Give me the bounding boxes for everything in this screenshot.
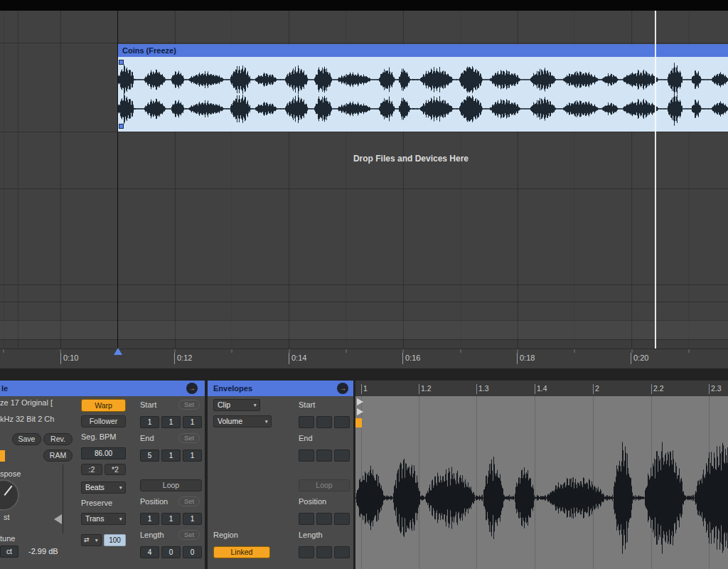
start-set-button[interactable]: Set [178, 400, 200, 410]
half-tempo-button[interactable]: :2 [81, 464, 102, 475]
chevron-down-icon: ▼ [119, 482, 123, 493]
beat-label: 2.2 [651, 384, 664, 394]
panel-fold-button[interactable]: → [337, 383, 348, 394]
env-start-bars-value[interactable] [299, 416, 314, 428]
preserve-dropdown[interactable]: Trans ▼ [81, 513, 126, 525]
warp-button[interactable]: Warp [81, 399, 126, 412]
semitones-label: st [4, 513, 10, 521]
fade-out-handle[interactable] [119, 124, 124, 129]
envelope-device-dropdown[interactable]: Clip ▼ [213, 399, 260, 411]
detune-value[interactable]: ct [0, 546, 18, 558]
envelopes-panel: Envelopes → Clip ▼ Volume ▼ Start End Lo… [208, 381, 353, 569]
warp-marker-icon[interactable] [357, 408, 363, 415]
audio-clip[interactable]: Coins (Freeze) [117, 44, 728, 132]
position-sixteenths-value[interactable]: 1 [183, 513, 202, 525]
env-length-bars-value[interactable] [299, 546, 314, 558]
panel-fold-button[interactable]: → [186, 383, 198, 394]
beat-label: 1.4 [535, 384, 547, 394]
track-lane[interactable] [0, 339, 728, 349]
chevron-down-icon: ▼ [264, 416, 269, 427]
time-label: 0:14 [289, 353, 306, 364]
sample-name[interactable]: ze 17 Original [ [0, 398, 77, 407]
env-end-bars-value[interactable] [299, 450, 314, 462]
envelope-device-value: Clip [218, 400, 230, 410]
swap-arrows-icon: ⇄ [84, 535, 90, 546]
env-position-bars-value[interactable] [299, 513, 314, 525]
gain-slider-handle[interactable] [54, 514, 62, 524]
clip-start-flag[interactable] [355, 418, 362, 427]
transient-loop-mode-dropdown[interactable]: ⇄ ▼ [81, 534, 102, 546]
ram-button[interactable]: RAM [43, 450, 73, 462]
start-beats-value[interactable]: 1 [161, 416, 181, 428]
env-end-beats-value[interactable] [316, 450, 332, 462]
save-button[interactable]: Save [12, 433, 41, 445]
env-loop-button[interactable]: Loop [299, 479, 350, 491]
clip-header[interactable]: Coins (Freeze) [117, 44, 728, 57]
length-sixteenths-value[interactable]: 0 [183, 546, 202, 558]
length-set-button[interactable]: Set [178, 530, 200, 540]
track-divider [0, 43, 728, 43]
follower-button[interactable]: Follower [81, 415, 126, 427]
warp-mode-value: Beats [85, 482, 105, 493]
position-bars-value[interactable]: 1 [140, 513, 159, 525]
fade-in-handle[interactable] [119, 60, 124, 65]
start-sixteenths-value[interactable]: 1 [183, 416, 202, 428]
track-divider [0, 188, 728, 189]
linked-button[interactable]: Linked [213, 546, 270, 558]
start-bars-value[interactable]: 1 [140, 416, 159, 428]
double-tempo-button[interactable]: *2 [105, 464, 126, 475]
env-position-beats-value[interactable] [316, 513, 332, 525]
reverse-button[interactable]: Rev. [43, 433, 73, 445]
position-set-button[interactable]: Set [178, 496, 200, 506]
env-position-sixteenths-value[interactable] [334, 513, 350, 525]
length-bars-value[interactable]: 4 [140, 546, 159, 558]
sample-panel-header[interactable]: le → [0, 381, 205, 396]
envelope-control-value: Volume [218, 416, 242, 427]
warp-marker-icon[interactable] [357, 398, 363, 405]
env-length-label: Length [299, 531, 323, 539]
length-beats-value[interactable]: 0 [161, 546, 181, 558]
chevron-down-icon: ▼ [253, 400, 257, 410]
time-ruler[interactable]: 0:10 0:12 0:14 0:16 0:18 0:20 [0, 349, 728, 368]
track-divider [0, 302, 728, 302]
clip-waveform-area[interactable] [117, 57, 728, 132]
ableton-live-window: Coins (Freeze) Drop Files and Devices He… [0, 0, 728, 569]
end-bars-value[interactable]: 5 [140, 450, 159, 462]
end-label: End [140, 434, 154, 442]
chevron-down-icon: ▼ [95, 535, 99, 546]
env-position-label: Position [299, 497, 326, 506]
transient-resolution-value[interactable]: 100 [104, 534, 126, 546]
gain-value[interactable]: -2.99 dB [28, 547, 58, 555]
length-label: Length [140, 531, 164, 539]
seg-bpm-value[interactable]: 86.00 [81, 447, 126, 459]
fade-toggle-partial[interactable] [0, 450, 5, 462]
detune-label: tune [0, 534, 15, 543]
insert-marker-triangle[interactable] [114, 348, 122, 355]
drop-files-hint: Drop Files and Devices Here [283, 154, 539, 164]
seg-bpm-label: Seg. BPM [81, 432, 117, 441]
env-length-beats-value[interactable] [316, 546, 332, 558]
warp-mode-dropdown[interactable]: Beats ▼ [81, 482, 126, 494]
env-start-beats-value[interactable] [316, 416, 332, 428]
loop-button[interactable]: Loop [140, 479, 202, 491]
transpose-knob[interactable] [0, 479, 19, 511]
insert-marker-line [117, 11, 118, 349]
env-start-sixteenths-value[interactable] [334, 416, 350, 428]
envelope-control-dropdown[interactable]: Volume ▼ [213, 415, 272, 427]
time-label: 0:20 [631, 353, 648, 364]
env-end-sixteenths-value[interactable] [334, 450, 350, 462]
end-set-button[interactable]: Set [178, 433, 200, 443]
beat-label: 1.3 [476, 384, 489, 394]
end-sixteenths-value[interactable]: 1 [183, 450, 202, 462]
end-beats-value[interactable]: 1 [161, 450, 181, 462]
beat-time-ruler[interactable]: 1 1.2 1.3 1.4 2 2.2 2.3 [355, 381, 728, 396]
env-length-sixteenths-value[interactable] [334, 546, 350, 558]
position-beats-value[interactable]: 1 [161, 513, 181, 525]
region-label: Region [213, 531, 238, 539]
beat-label: 2.3 [709, 384, 722, 394]
env-end-label: End [299, 434, 313, 442]
envelopes-panel-header[interactable]: Envelopes → [208, 381, 353, 396]
track-lane[interactable] [0, 320, 728, 339]
track-divider [0, 132, 728, 132]
editor-waveform-area[interactable] [355, 396, 728, 569]
